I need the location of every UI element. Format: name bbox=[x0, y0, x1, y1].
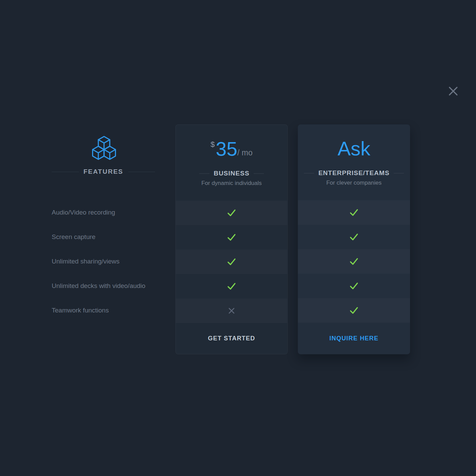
feature-included-cell bbox=[298, 200, 410, 225]
feature-included-cell bbox=[298, 225, 410, 249]
price-period: / mo bbox=[237, 148, 253, 157]
cubes-icon bbox=[90, 134, 118, 162]
divider-line bbox=[254, 173, 264, 174]
features-list: Audio/Video recordingScreen captureUnlim… bbox=[52, 200, 167, 323]
feature-included-cell bbox=[176, 274, 287, 299]
plan-card-enterprise: Ask ENTERPRISE/TEAMS For clever companie… bbox=[298, 124, 410, 354]
plan-feature-cells bbox=[298, 200, 410, 323]
feature-included-cell bbox=[298, 298, 410, 323]
plan-name: BUSINESS bbox=[214, 170, 249, 177]
close-icon bbox=[447, 85, 459, 97]
check-icon bbox=[349, 207, 359, 218]
plan-header: $ 35 / mo BUSINESS For dynamic individua… bbox=[176, 125, 287, 201]
close-button[interactable] bbox=[447, 85, 459, 97]
plan-price: $ 35 / mo bbox=[210, 139, 252, 159]
feature-included-cell bbox=[176, 250, 287, 274]
price-currency: $ bbox=[210, 140, 215, 149]
feature-included-cell bbox=[298, 274, 410, 298]
feature-included-cell bbox=[176, 225, 287, 250]
plan-tagline: For dynamic individuals bbox=[201, 180, 262, 187]
divider-line bbox=[304, 173, 314, 173]
feature-label: Unlimited sharing/views bbox=[52, 249, 167, 274]
check-icon bbox=[349, 281, 359, 291]
check-icon bbox=[349, 305, 359, 316]
price-amount: 35 bbox=[216, 139, 237, 159]
plan-tagline: For clever companies bbox=[326, 180, 382, 186]
feature-included-cell bbox=[176, 201, 287, 225]
divider-line bbox=[128, 172, 155, 172]
plan-price: Ask bbox=[338, 139, 371, 158]
feature-label: Unlimited decks with video/audio bbox=[52, 274, 167, 298]
plan-header: Ask ENTERPRISE/TEAMS For clever companie… bbox=[298, 124, 410, 200]
feature-label: Audio/Video recording bbox=[52, 200, 167, 225]
features-header: FEATURES bbox=[52, 166, 155, 177]
cross-icon bbox=[227, 307, 236, 315]
feature-included-cell bbox=[298, 249, 410, 274]
plan-card-business: $ 35 / mo BUSINESS For dynamic individua… bbox=[175, 124, 288, 354]
get-started-button[interactable]: GET STARTED bbox=[176, 323, 287, 354]
plan-name: ENTERPRISE/TEAMS bbox=[318, 169, 389, 177]
feature-label: Teamwork functions bbox=[52, 298, 167, 323]
check-icon bbox=[226, 257, 237, 267]
features-title: FEATURES bbox=[84, 168, 123, 175]
check-icon bbox=[226, 208, 237, 218]
feature-excluded-cell bbox=[176, 299, 287, 323]
pricing-modal: FEATURES Audio/Video recordingScreen cap… bbox=[0, 0, 476, 476]
divider-line bbox=[199, 173, 209, 174]
feature-label: Screen capture bbox=[52, 225, 167, 249]
check-icon bbox=[226, 281, 237, 291]
divider-line bbox=[394, 173, 404, 173]
divider-line bbox=[52, 172, 79, 172]
plan-feature-cells bbox=[176, 201, 287, 323]
check-icon bbox=[226, 232, 237, 242]
check-icon bbox=[349, 256, 359, 267]
check-icon bbox=[349, 232, 359, 242]
inquire-here-button[interactable]: INQUIRE HERE bbox=[298, 323, 410, 354]
